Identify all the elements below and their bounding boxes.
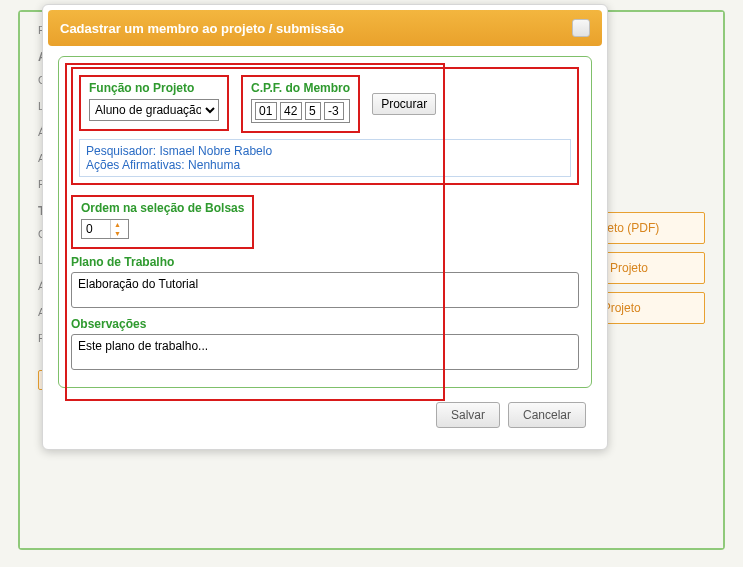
cpf-part-1[interactable] — [255, 102, 277, 120]
stepper-up-icon[interactable]: ▲ — [111, 220, 124, 229]
cpf-part-2[interactable] — [280, 102, 302, 120]
top-highlight-group: Função no Projeto Aluno de graduação C.P… — [71, 67, 579, 185]
modal-backdrop: Cadastrar um membro ao projeto / submiss… — [0, 0, 743, 567]
add-member-modal: Cadastrar um membro ao projeto / submiss… — [42, 4, 608, 450]
ordem-stepper: ▲ ▼ — [81, 219, 129, 239]
modal-header: Cadastrar um membro ao projeto / submiss… — [48, 10, 602, 46]
researcher-name-line: Pesquisador: Ismael Nobre Rabelo — [86, 144, 564, 158]
cpf-label: C.P.F. do Membro — [251, 81, 350, 95]
cpf-part-3[interactable] — [305, 102, 321, 120]
ordem-highlight: Ordem na seleção de Bolsas ▲ ▼ — [71, 195, 254, 249]
modal-title: Cadastrar um membro ao projeto / submiss… — [60, 21, 344, 36]
obs-textarea[interactable] — [71, 334, 579, 370]
cpf-part-4[interactable] — [324, 102, 344, 120]
cancel-button[interactable]: Cancelar — [508, 402, 586, 428]
plano-label: Plano de Trabalho — [71, 255, 579, 269]
ordem-label: Ordem na seleção de Bolsas — [81, 201, 244, 215]
modal-body: Função no Projeto Aluno de graduação C.P… — [48, 46, 602, 444]
funcao-select[interactable]: Aluno de graduação — [89, 99, 219, 121]
funcao-highlight: Função no Projeto Aluno de graduação — [79, 75, 229, 131]
modal-footer: Salvar Cancelar — [58, 388, 592, 434]
close-button[interactable] — [572, 19, 590, 37]
ordem-input[interactable] — [82, 220, 110, 238]
funcao-label: Função no Projeto — [89, 81, 219, 95]
save-button[interactable]: Salvar — [436, 402, 500, 428]
plano-textarea[interactable] — [71, 272, 579, 308]
form-panel: Função no Projeto Aluno de graduação C.P… — [58, 56, 592, 388]
stepper-down-icon[interactable]: ▼ — [111, 229, 124, 238]
researcher-info-box: Pesquisador: Ismael Nobre Rabelo Ações A… — [79, 139, 571, 177]
affirmative-actions-line: Ações Afirmativas: Nenhuma — [86, 158, 564, 172]
cpf-input-group — [251, 99, 350, 123]
obs-label: Observações — [71, 317, 579, 331]
procurar-button[interactable]: Procurar — [372, 93, 436, 115]
cpf-highlight: C.P.F. do Membro — [241, 75, 360, 133]
